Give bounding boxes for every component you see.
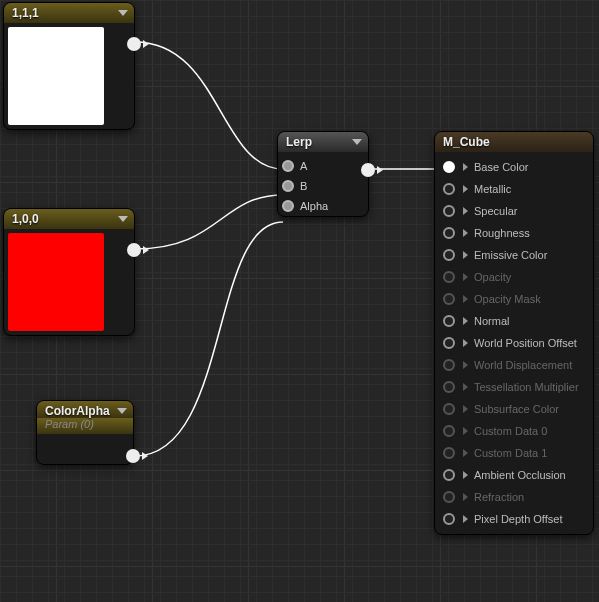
pin-label: Roughness [474,227,530,239]
collapse-icon[interactable] [118,216,128,222]
node-result-mcube[interactable]: M_Cube Base ColorMetallicSpecularRoughne… [434,131,594,535]
pin-label: Custom Data 1 [474,447,547,459]
node-header[interactable]: 1,0,0 [4,209,134,229]
input-pin[interactable]: Tessellation Multiplier [435,376,593,398]
input-pin[interactable]: Ambient Occlusion [435,464,593,486]
pin-arrow-icon [463,273,468,281]
node-header[interactable]: ColorAlpha [37,401,133,418]
pin-label: Tessellation Multiplier [474,381,579,393]
pin-label: Refraction [474,491,524,503]
node-header[interactable]: 1,1,1 [4,3,134,23]
pin-label: B [300,180,307,192]
pin-arrow-icon [463,493,468,501]
pin-label: Normal [474,315,509,327]
pin-icon [443,491,455,503]
input-pin[interactable]: Subsurface Color [435,398,593,420]
input-pin[interactable]: World Displacement [435,354,593,376]
pin-icon [443,337,455,349]
input-pin-a[interactable]: A [278,156,368,176]
collapse-icon[interactable] [118,10,128,16]
input-pin[interactable]: Opacity [435,266,593,288]
node-title: Lerp [286,135,312,149]
pin-label: Custom Data 0 [474,425,547,437]
pin-label: Specular [474,205,517,217]
node-param-coloralpha[interactable]: ColorAlpha Param (0) [36,400,134,465]
pin-arrow-icon [463,471,468,479]
output-arrow-icon [377,166,383,174]
pin-label: Pixel Depth Offset [474,513,562,525]
output-pin[interactable] [127,37,141,51]
pin-arrow-icon [463,339,468,347]
input-pin[interactable]: Opacity Mask [435,288,593,310]
pin-label: World Position Offset [474,337,577,349]
input-pin[interactable]: Emissive Color [435,244,593,266]
pin-arrow-icon [463,405,468,413]
output-arrow-icon [143,40,149,48]
node-constant-100[interactable]: 1,0,0 [3,208,135,336]
input-pin[interactable]: Base Color [435,156,593,178]
pin-icon [443,227,455,239]
pin-arrow-icon [463,295,468,303]
pin-label: Subsurface Color [474,403,559,415]
input-pin[interactable]: Pixel Depth Offset [435,508,593,530]
pin-icon [443,271,455,283]
node-title: 1,0,0 [12,212,39,226]
pin-label: Base Color [474,161,528,173]
input-pin[interactable]: Roughness [435,222,593,244]
pin-icon [443,249,455,261]
pin-arrow-icon [463,251,468,259]
node-title: 1,1,1 [12,6,39,20]
pin-label: Alpha [300,200,328,212]
output-arrow-icon [142,452,148,460]
pin-arrow-icon [463,207,468,215]
pin-arrow-icon [463,383,468,391]
pin-label: A [300,160,307,172]
pin-label: World Displacement [474,359,572,371]
output-pin[interactable] [127,243,141,257]
pin-icon [282,160,294,172]
pin-label: Opacity [474,271,511,283]
input-pin-b[interactable]: B [278,176,368,196]
input-pin[interactable]: World Position Offset [435,332,593,354]
output-pin[interactable] [361,163,375,177]
input-pin[interactable]: Metallic [435,178,593,200]
color-swatch [8,233,104,331]
collapse-icon[interactable] [352,139,362,145]
pin-icon [443,513,455,525]
pin-icon [443,161,455,173]
output-pin[interactable] [126,449,140,463]
node-lerp[interactable]: Lerp A B Alpha [277,131,369,217]
node-header[interactable]: M_Cube [435,132,593,152]
pin-icon [443,469,455,481]
input-pin-alpha[interactable]: Alpha [278,196,368,216]
pin-icon [443,403,455,415]
pin-arrow-icon [463,427,468,435]
pin-icon [443,381,455,393]
pin-label: Ambient Occlusion [474,469,566,481]
input-pin[interactable]: Normal [435,310,593,332]
pin-icon [443,183,455,195]
node-subtitle: Param (0) [37,418,133,434]
pin-arrow-icon [463,229,468,237]
pin-arrow-icon [463,317,468,325]
pin-icon [443,315,455,327]
input-pin[interactable]: Custom Data 1 [435,442,593,464]
input-pin[interactable]: Custom Data 0 [435,420,593,442]
pin-label: Emissive Color [474,249,547,261]
node-header[interactable]: Lerp [278,132,368,152]
input-pin[interactable]: Specular [435,200,593,222]
pin-arrow-icon [463,163,468,171]
pin-icon [282,180,294,192]
pin-label: Metallic [474,183,511,195]
pin-icon [443,293,455,305]
node-constant-111[interactable]: 1,1,1 [3,2,135,130]
pin-arrow-icon [463,515,468,523]
collapse-icon[interactable] [117,408,127,414]
pin-icon [282,200,294,212]
pin-arrow-icon [463,185,468,193]
input-pin[interactable]: Refraction [435,486,593,508]
pin-icon [443,359,455,371]
pin-arrow-icon [463,361,468,369]
pin-arrow-icon [463,449,468,457]
pin-icon [443,447,455,459]
